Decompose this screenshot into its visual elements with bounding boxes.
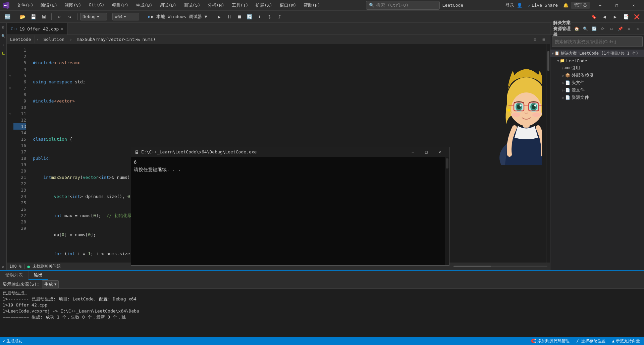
bookmark-nav2[interactable]: ▶ [610, 12, 620, 21]
toolbar-btn-2[interactable]: 💾 [29, 12, 38, 21]
console-minimize[interactable]: — [407, 148, 419, 156]
menu-extensions[interactable]: 扩展(X) [252, 1, 275, 10]
tree-item-leetcode[interactable]: ▼ 📁 LeetCode [550, 57, 644, 64]
panel-pin-btn[interactable]: 📌 [616, 25, 624, 32]
tree-item-headers[interactable]: ▷ 📄 头文件 [550, 79, 644, 86]
scroll-indicator[interactable] [453, 266, 547, 267]
panel-close-btn[interactable]: ✕ [634, 25, 641, 32]
split-editor-btn[interactable]: ⊠ [531, 36, 539, 43]
no-issues-label: 未找到相关问题 [33, 264, 61, 269]
console-maximize[interactable]: □ [420, 148, 432, 156]
fold-7[interactable]: ▽ [7, 85, 13, 91]
close-button[interactable]: ✕ [626, 0, 641, 11]
menu-test[interactable]: 测试(S) [180, 1, 204, 10]
bookmark-clear[interactable]: ❌ [632, 12, 641, 21]
toolbar-undo[interactable]: ↩ [54, 12, 64, 21]
breadcrumb-class[interactable]: Solution [40, 36, 68, 43]
restart-btn[interactable]: 🔄 [245, 12, 254, 21]
console-icon: 🖥 [135, 149, 139, 155]
minimize-button[interactable]: — [592, 0, 608, 11]
breadcrumb-method[interactable]: maxSubArray(vector<int>& nums) [73, 36, 159, 43]
continue-btn[interactable]: ▶ [215, 12, 224, 21]
left-activity-bar: ⊞ 🔍 ⑂ 🐛 ⚙ [0, 23, 7, 270]
live-share-button[interactable]: ↗ Live Share [525, 1, 560, 9]
platform-chevron: ▼ [124, 15, 126, 18]
fold-11[interactable]: ▽ [7, 111, 13, 117]
console-title-area: 🖥 E:\C++_Learn\LeetCode\x64\Debug\LeetCo… [135, 149, 257, 155]
toolbar-btn-1[interactable]: 📂 [18, 12, 27, 21]
step-into[interactable]: ⤵ [265, 12, 274, 21]
platform-label: x64 [115, 14, 122, 19]
tree-item-sources[interactable]: ▷ 📄 源文件 [550, 86, 644, 94]
activity-icon-5[interactable]: ⚙ [0, 264, 6, 270]
tree-item-resources[interactable]: ▷ 📄 资源文件 [550, 94, 644, 101]
toolbar-btn-0[interactable]: 🆕 [3, 12, 12, 21]
menu-help[interactable]: 帮助(H) [300, 1, 323, 10]
expand-btn[interactable]: ⊞ [540, 36, 547, 43]
bookmark-all[interactable]: 📑 [621, 12, 631, 21]
debug-config-dropdown[interactable]: Debug ▼ [80, 13, 107, 20]
activity-icon-1[interactable]: ⊞ [0, 24, 6, 30]
vector-text: 示范支持向量 [616, 338, 640, 344]
stop-btn[interactable]: ⏹ [235, 12, 244, 21]
tab-output[interactable]: 输出 [29, 271, 48, 280]
step-out[interactable]: ⤴ [275, 12, 284, 21]
toolbar-redo[interactable]: ↪ [65, 12, 74, 21]
right-panel: 解决方案资源管理器 🏠 🔍 🔄 ⟳ ⊟ 📌 ⚙ ✕ ▼ 📋 解决方案'LeetC… [550, 23, 644, 270]
toolbar-btn-3[interactable]: 🖫 [39, 12, 49, 21]
activity-icon-4[interactable]: 🐛 [0, 50, 6, 56]
maximize-button[interactable]: □ [609, 0, 625, 11]
tree-label-headers: 头文件 [572, 80, 585, 86]
scrollbar-thumb[interactable] [547, 51, 549, 71]
activity-icon-2[interactable]: 🔍 [0, 33, 6, 39]
console-scrollbar[interactable] [445, 157, 449, 265]
menu-tools[interactable]: 工具(T) [228, 1, 252, 10]
source-icon: 🧲 [531, 339, 536, 343]
editor-scrollbar[interactable] [546, 44, 550, 263]
editor-tab[interactable]: C++ 19 Offer 42.cpp ✕ [7, 23, 68, 34]
menu-view[interactable]: 视图(V) [61, 1, 85, 10]
activity-icon-3[interactable]: ⑂ [0, 42, 6, 48]
explorer-search-input[interactable] [552, 36, 643, 47]
breadcrumb-project[interactable]: LeetCode [7, 36, 35, 43]
menu-file[interactable]: 文件(F) [13, 1, 37, 10]
tree-item-solution[interactable]: ▼ 📋 解决方案'LeetCode'(1个项目/共 1 个) [550, 50, 644, 57]
menu-window[interactable]: 窗口(W) [276, 1, 300, 10]
login-button[interactable]: 登录 [505, 2, 514, 8]
panel-refresh-btn[interactable]: 🔄 [590, 25, 598, 32]
menu-git[interactable]: Git(G) [85, 1, 108, 10]
source-control-btn[interactable]: 🧲 添加到源代码管理 [530, 337, 571, 345]
menu-debug[interactable]: 调试(D) [156, 1, 179, 10]
menu-project[interactable]: 项目(P) [108, 1, 131, 10]
panel-home-btn[interactable]: 🏠 [573, 25, 580, 32]
save-location-btn[interactable]: / 选择存储位置 [575, 337, 606, 345]
menu-analyze[interactable]: 分析(N) [204, 1, 227, 10]
pause-btn[interactable]: ⏸ [225, 12, 234, 21]
tab-errors[interactable]: 错误列表 [0, 271, 29, 280]
menu-edit[interactable]: 编辑(E) [37, 1, 60, 10]
console-titlebar: 🖥 E:\C++_Learn\LeetCode\x64\Debug\LeetCo… [131, 147, 449, 157]
icon-external: 📦 [565, 73, 570, 78]
vector-btn[interactable]: ▲ 示范支持向量 [611, 337, 641, 345]
platform-dropdown[interactable]: x64 ▼ [112, 13, 139, 20]
step-over[interactable]: ⬇ [255, 12, 264, 21]
run-button[interactable]: ▶ ▶ 本地 Windows 调试器 ▼ [145, 13, 211, 21]
chevron-headers: ▷ [562, 81, 565, 85]
fold-5[interactable]: ▽ [7, 72, 13, 79]
bookmark-btn[interactable]: 🔖 [589, 12, 598, 21]
tree-item-references[interactable]: ▷ ⊞⊞ 引用 [550, 64, 644, 72]
bookmark-nav[interactable]: ◀ [600, 12, 609, 21]
panel-settings-btn[interactable]: ⚙ [625, 25, 633, 32]
panel-collapse-btn[interactable]: ⊟ [608, 25, 615, 32]
tab-close-icon[interactable]: ✕ [61, 26, 63, 31]
output-source-dropdown[interactable]: 生成 ▼ [42, 280, 59, 288]
zoom-level[interactable]: 100 % [9, 264, 21, 269]
console-body: 6 请按任意键继续. . . [131, 157, 449, 265]
menu-build[interactable]: 生成(B) [132, 1, 156, 10]
tree-item-external[interactable]: ▷ 📦 外部依赖项 [550, 72, 644, 79]
console-close[interactable]: ✕ [434, 148, 446, 156]
source-control-text: 添加到源代码管理 [537, 338, 570, 344]
search-container[interactable]: 🔍 搜索 (Ctrl+Q) [366, 1, 440, 10]
panel-search-btn[interactable]: 🔍 [582, 25, 589, 32]
panel-sync-btn[interactable]: ⟳ [599, 25, 606, 32]
